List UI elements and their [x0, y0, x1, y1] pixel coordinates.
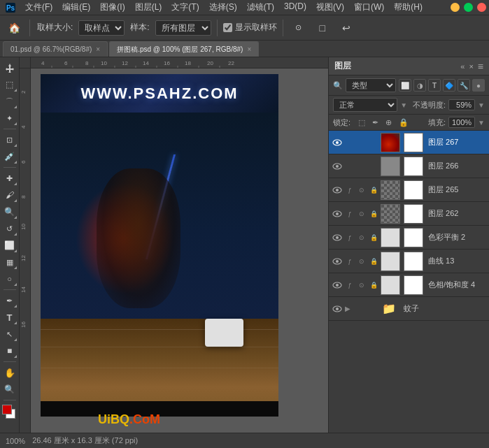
show-sample-checkbox-area: 显示取样环 — [223, 22, 277, 34]
white-device — [205, 319, 243, 347]
filter-pixel-btn[interactable]: ⬜ — [399, 79, 411, 92]
lasso-tool[interactable]: ⌒ — [2, 94, 17, 109]
filter-active-btn[interactable]: ● — [472, 79, 485, 92]
maximize-btn[interactable] — [464, 3, 473, 12]
rotate-btn[interactable]: ↩ — [336, 18, 356, 38]
menu-3d[interactable]: 3D(D) — [280, 0, 311, 15]
zoom-tool[interactable]: 🔍 — [2, 382, 17, 397]
blend-arrow[interactable]: ▼ — [400, 101, 407, 109]
shape-tool[interactable]: ■ — [2, 343, 17, 359]
eyedropper-tool[interactable]: 💉 — [2, 149, 17, 164]
tab-1-label: 拼图稿.psd @ 100% (图层 267, RGB/8#) — [117, 45, 243, 55]
tab-1-close[interactable]: × — [247, 45, 251, 53]
layer-mask-thumb — [404, 133, 423, 152]
panel-close-btn[interactable]: × — [469, 62, 473, 71]
menu-image[interactable]: 图像(I) — [96, 0, 129, 15]
layer-filter-icon: ƒ — [345, 187, 355, 194]
filter-adjustment-btn[interactable]: ◑ — [413, 79, 426, 92]
layer-row[interactable]: ƒ⊙🔒图层 265 — [329, 178, 489, 202]
lock-artboard-btn[interactable]: ⊕ — [383, 117, 394, 128]
layer-name: 蚊子 — [404, 303, 486, 314]
clone-tool[interactable]: 🔍 — [2, 204, 17, 219]
layer-row[interactable]: ƒ⊙🔒色相/饱和度 4 — [329, 273, 489, 297]
home-btn[interactable]: 🏠 — [4, 18, 24, 38]
color-swatches[interactable] — [2, 405, 17, 421]
layer-thumb — [381, 133, 400, 152]
canvas-content[interactable]: WWW.PSAHZ.COM — [31, 68, 328, 448]
layer-thumb — [381, 228, 400, 247]
separator3 — [3, 289, 16, 290]
dodge-tool[interactable]: ○ — [2, 271, 17, 287]
gradient-tool[interactable]: ▦ — [2, 254, 17, 270]
eye-btn[interactable] — [332, 256, 343, 267]
tab-0-close[interactable]: × — [96, 45, 100, 53]
group-expand-icon[interactable]: ▶ — [345, 305, 353, 312]
menu-layer[interactable]: 图层(L) — [131, 0, 166, 15]
healing-tool[interactable]: ✚ — [2, 171, 17, 186]
menu-edit[interactable]: 编辑(E) — [58, 0, 94, 15]
minimize-btn[interactable] — [451, 3, 460, 12]
tab-1[interactable]: 拼图稿.psd @ 100% (图层 267, RGB/8#) × — [109, 41, 259, 57]
brush-tool[interactable]: 🖌 — [2, 187, 17, 203]
lock-position-btn[interactable]: ✒ — [370, 117, 381, 128]
type-tool[interactable]: T — [2, 310, 17, 325]
menu-view[interactable]: 视图(V) — [312, 0, 348, 15]
show-sample-checkbox[interactable] — [223, 23, 232, 32]
layer-row[interactable]: 图层 267 — [329, 131, 489, 154]
eye-btn[interactable] — [332, 137, 343, 148]
eye-btn[interactable] — [332, 303, 343, 315]
menu-filter[interactable]: 滤镜(T) — [243, 0, 278, 15]
menu-window[interactable]: 窗口(W) — [350, 0, 388, 15]
opacity-value[interactable]: 59% — [448, 99, 475, 110]
hand-tool[interactable]: ✋ — [2, 365, 17, 380]
filter-bar: 🔍 类型 ⬜ ◑ T 🔷 🔧 ● — [329, 75, 489, 96]
menu-help[interactable]: 帮助(H) — [390, 0, 427, 15]
canvas-area[interactable]: 4 6 8 10 12 14 16 18 20 22 — [20, 57, 328, 448]
menu-select[interactable]: 选择(S) — [205, 0, 241, 15]
lock-pixel-btn[interactable]: ⬚ — [356, 117, 367, 128]
sample-ring-btn[interactable]: ⊙ — [289, 18, 309, 38]
eye-btn[interactable] — [332, 232, 343, 243]
square-btn[interactable]: □ — [313, 18, 332, 38]
foreground-swatch[interactable] — [2, 405, 12, 414]
fill-arrow[interactable]: ▼ — [478, 119, 485, 127]
blend-mode-select[interactable]: 正常 — [333, 98, 397, 112]
filter-smart-btn[interactable]: 🔧 — [458, 79, 470, 92]
pen-tool[interactable]: ✒ — [2, 293, 17, 308]
close-btn[interactable] — [477, 3, 486, 12]
fill-value[interactable]: 100% — [448, 117, 475, 128]
sample-select[interactable]: 所有图层 — [155, 20, 211, 36]
eye-btn[interactable] — [332, 185, 343, 196]
layer-row[interactable]: ▶📁蚊子 — [329, 297, 489, 321]
tab-0[interactable]: 01.psd @ 66.7%(RGB/8#) × — [3, 41, 108, 57]
lock-all-btn[interactable]: 🔒 — [397, 117, 411, 128]
selection-tool[interactable]: ⬚ — [2, 77, 17, 92]
filter-type-btn[interactable]: T — [428, 79, 441, 92]
sample-size-select[interactable]: 取样点 — [78, 20, 125, 36]
svg-point-43 — [336, 260, 339, 263]
layer-row[interactable]: 图层 266 — [329, 154, 489, 178]
layer-mask-thumb — [404, 204, 423, 224]
history-brush-tool[interactable]: ↺ — [2, 221, 17, 236]
menu-file[interactable]: 文件(F) — [21, 0, 57, 15]
filter-shape-btn[interactable]: 🔷 — [443, 79, 455, 92]
path-selection-tool[interactable]: ↖ — [2, 326, 17, 342]
filter-type-select[interactable]: 类型 — [346, 78, 396, 92]
dimensions: 26.46 厘米 x 16.3 厘米 (72 ppi) — [32, 435, 138, 446]
layer-chain-icon: 🔒 — [369, 210, 378, 217]
eye-btn[interactable] — [332, 208, 343, 219]
move-tool[interactable] — [2, 60, 17, 75]
menu-type[interactable]: 文字(T) — [167, 0, 203, 15]
eye-btn[interactable] — [332, 280, 343, 291]
eye-btn[interactable] — [332, 161, 343, 172]
layer-row[interactable]: ƒ⊙🔒色彩平衡 2 — [329, 226, 489, 250]
magic-wand-tool[interactable]: ✦ — [2, 110, 17, 126]
eraser-tool[interactable]: ⬜ — [2, 238, 17, 253]
layer-name: 色相/饱和度 4 — [428, 280, 486, 290]
panel-menu-btn[interactable]: ≡ — [478, 61, 483, 72]
panel-collapse-btn[interactable]: « — [460, 62, 465, 71]
crop-tool[interactable]: ⊡ — [2, 132, 17, 147]
opacity-arrow[interactable]: ▼ — [478, 101, 485, 109]
layer-row[interactable]: ƒ⊙🔒曲线 13 — [329, 250, 489, 273]
layer-row[interactable]: ƒ⊙🔒图层 262 — [329, 202, 489, 226]
